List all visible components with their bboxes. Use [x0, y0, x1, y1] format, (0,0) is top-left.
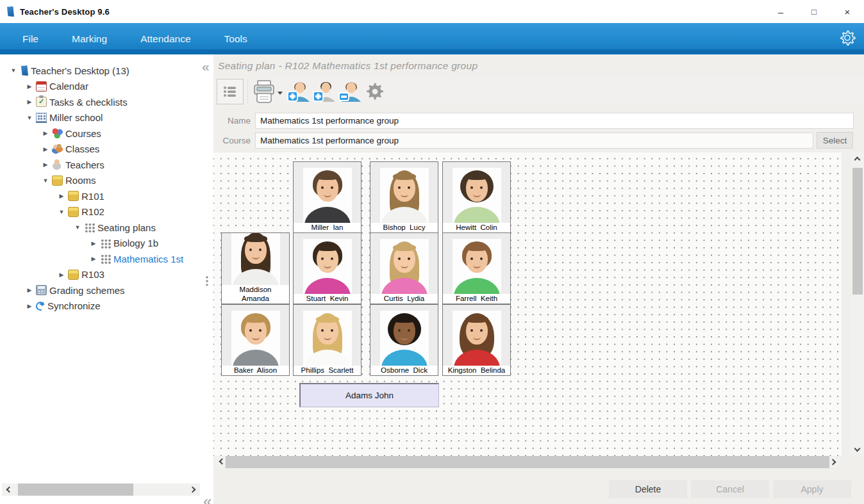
student-card-stuart-kevin[interactable]: Stuart Kevin: [293, 232, 361, 304]
scroll-right-icon[interactable]: [189, 484, 200, 495]
scrollbar-thumb[interactable]: [18, 484, 133, 496]
main-panel: Seating plan - R102 Mathematics 1st perf…: [213, 54, 864, 504]
expander-icon[interactable]: ▶: [25, 83, 34, 90]
tree-item-r103[interactable]: ▶ R103: [0, 267, 202, 283]
print-button[interactable]: [251, 79, 284, 104]
student-card-osborne-dick[interactable]: Osborne Dick: [370, 304, 438, 376]
scroll-up-icon[interactable]: [852, 152, 863, 163]
tree-item-miller-school[interactable]: ▼ Miller school: [0, 110, 202, 126]
window-title: Teacher's Desktop 9.6: [20, 7, 110, 17]
tree-item-label: R103: [81, 269, 104, 280]
tree-item-seating-plans[interactable]: ▼ Seating plans: [0, 220, 202, 236]
scroll-left-icon[interactable]: [2, 484, 13, 495]
name-input[interactable]: [255, 113, 854, 129]
tree-item-mathematics-1st[interactable]: ▶ Mathematics 1st: [0, 251, 202, 267]
expander-icon[interactable]: ▶: [25, 99, 34, 105]
tree-item-r102[interactable]: ▼ R102: [0, 204, 202, 220]
student-name: Bishop Lucy: [370, 223, 438, 232]
menu-file[interactable]: File: [21, 29, 40, 49]
collapse-panel-bottom-icon[interactable]: «: [203, 494, 212, 504]
tasks-icon: [36, 97, 47, 107]
tree-item-biology-1b[interactable]: ▶ Biology 1b: [0, 236, 202, 252]
expander-icon[interactable]: ▶: [89, 240, 98, 247]
menu-attendance[interactable]: Attendance: [139, 29, 192, 49]
tree-item-courses[interactable]: ▶ Courses: [0, 126, 202, 142]
menu-marking[interactable]: Marking: [71, 29, 108, 49]
student-card-bishop-lucy[interactable]: Bishop Lucy: [370, 161, 438, 233]
tree-item-synchronize[interactable]: ▶ Synchronize: [0, 298, 202, 314]
tree-item-label: Synchronize: [47, 300, 101, 311]
student-card-farrell-keith[interactable]: Farrell Keith: [442, 232, 511, 304]
expander-icon[interactable]: ▼: [41, 177, 50, 184]
student-name-card-adams-john[interactable]: Adams John: [299, 383, 439, 407]
student-name: Osborne Dick: [370, 366, 438, 375]
student-card-phillips-scarlett[interactable]: Phillips Scarlett: [293, 304, 361, 376]
expander-icon[interactable]: ▶: [25, 303, 34, 309]
select-course-button[interactable]: Select: [817, 132, 853, 149]
student-photo: [222, 233, 289, 285]
tree-item-calendar[interactable]: ▶ Calendar: [0, 79, 202, 95]
expander-icon[interactable]: ▶: [25, 287, 34, 293]
apply-button[interactable]: Apply: [773, 480, 851, 498]
splitter-grip[interactable]: [206, 275, 208, 286]
title-bar: Teacher's Desktop 9.6 – □ ×: [0, 0, 864, 23]
layout-list-button[interactable]: [217, 79, 244, 104]
tree-item-label: Biology 1b: [113, 238, 158, 248]
tree-item-tasks[interactable]: ▶ Tasks & checklists: [0, 94, 202, 110]
tree-item-rooms[interactable]: ▼ Rooms: [0, 173, 202, 189]
tree-item-label: Tasks & checklists: [49, 97, 128, 108]
expander-icon[interactable]: ▶: [89, 256, 98, 262]
expander-icon[interactable]: ▼: [9, 67, 18, 74]
tree-item-label: Calendar: [49, 81, 88, 92]
print-dropdown-caret-icon[interactable]: [278, 92, 283, 97]
expander-icon[interactable]: ▼: [25, 115, 34, 121]
panel-splitter[interactable]: « «: [202, 54, 213, 504]
settings-button[interactable]: [363, 79, 385, 104]
add-teacher-button[interactable]: [312, 79, 335, 104]
student-card-baker-alison[interactable]: Baker Alison: [221, 304, 290, 376]
tree-item-teachers-desktop[interactable]: ▼ Teacher's Desktop (13): [0, 63, 202, 79]
maximize-button[interactable]: □: [797, 0, 831, 23]
expander-icon[interactable]: ▶: [41, 130, 50, 136]
course-label: Course: [213, 136, 251, 145]
student-photo: [443, 162, 510, 223]
student-card-hewitt-colin[interactable]: Hewitt Colin: [442, 161, 511, 233]
gear-icon[interactable]: [838, 29, 856, 47]
student-card-curtis-lydia[interactable]: Curtis Lydia: [370, 232, 438, 304]
tree-item-teachers[interactable]: ▶ Teachers: [0, 157, 202, 173]
student-card-maddison-amanda[interactable]: Maddison Amanda: [221, 232, 290, 304]
expander-icon[interactable]: ▶: [57, 193, 66, 199]
delete-button[interactable]: Delete: [609, 480, 687, 498]
scroll-left-icon[interactable]: [215, 456, 226, 467]
expander-icon[interactable]: ▶: [41, 161, 50, 168]
canvas-vertical-scrollbar[interactable]: [851, 152, 864, 456]
close-button[interactable]: ×: [831, 0, 864, 23]
collapse-panel-icon[interactable]: «: [202, 60, 210, 73]
tree-item-classes[interactable]: ▶ Classes: [0, 142, 202, 158]
student-card-kingston-belinda[interactable]: Kingston Belinda: [442, 304, 511, 376]
scrollbar-thumb[interactable]: [226, 456, 829, 468]
navigation-tree-panel: ▼ Teacher's Desktop (13) ▶ Calendar ▶ Ta…: [0, 54, 202, 504]
tree-item-label: Classes: [65, 143, 99, 154]
menu-tools[interactable]: Tools: [223, 29, 249, 49]
expander-icon[interactable]: ▼: [57, 209, 66, 215]
tree-horizontal-scrollbar[interactable]: [2, 484, 200, 496]
seating-plan-canvas[interactable]: Miller Ian Bishop Lucy Hewitt Colin Madd…: [213, 152, 842, 456]
expander-icon[interactable]: ▼: [73, 224, 82, 231]
student-card-miller-ian[interactable]: Miller Ian: [293, 161, 361, 233]
canvas-horizontal-scrollbar[interactable]: [215, 456, 840, 468]
tree-item-r101[interactable]: ▶ R101: [0, 188, 202, 204]
expander-icon[interactable]: ▶: [57, 272, 66, 278]
tree-item-grading-schemes[interactable]: ▶ Grading schemes: [0, 282, 202, 298]
scroll-down-icon[interactable]: [852, 445, 863, 456]
minimize-button[interactable]: –: [764, 0, 797, 23]
expander-icon[interactable]: ▶: [41, 146, 50, 152]
app-icon: [20, 65, 28, 76]
app-logo-icon: [6, 6, 14, 17]
remove-student-button[interactable]: [338, 79, 361, 104]
course-input[interactable]: [255, 133, 813, 149]
add-student-button[interactable]: [287, 79, 310, 104]
scrollbar-thumb[interactable]: [852, 168, 863, 295]
scroll-right-icon[interactable]: [829, 457, 840, 467]
cancel-button[interactable]: Cancel: [691, 480, 769, 498]
